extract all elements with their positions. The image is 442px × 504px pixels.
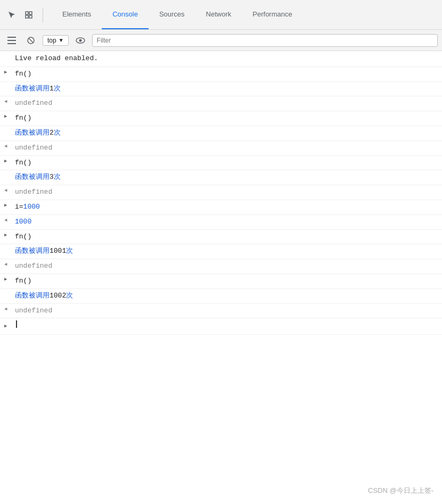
context-selector[interactable]: top ▼ bbox=[43, 35, 69, 46]
tab-network[interactable]: Network bbox=[195, 0, 242, 29]
svg-rect-2 bbox=[26, 15, 28, 18]
return-arrow-icon bbox=[4, 305, 13, 313]
tab-sources[interactable]: Sources bbox=[149, 0, 195, 29]
svg-line-8 bbox=[29, 38, 33, 43]
svg-rect-3 bbox=[29, 15, 32, 18]
console-toolbar: top ▼ bbox=[0, 30, 442, 51]
svg-point-10 bbox=[79, 39, 81, 42]
clear-console-icon[interactable] bbox=[23, 33, 38, 48]
svg-rect-6 bbox=[7, 43, 16, 44]
svg-rect-4 bbox=[7, 37, 16, 38]
return-arrow-icon bbox=[4, 187, 13, 194]
eye-icon[interactable] bbox=[73, 33, 88, 48]
return-arrow-icon bbox=[4, 143, 13, 150]
console-row: fn() bbox=[0, 230, 442, 245]
expand-arrow-icon[interactable] bbox=[4, 158, 13, 165]
console-row: fn() bbox=[0, 111, 442, 126]
expand-arrow-icon[interactable] bbox=[4, 232, 13, 239]
cursor bbox=[16, 320, 17, 328]
tab-list: Elements Console Sources Network Perform… bbox=[52, 0, 303, 29]
dropdown-arrow-icon: ▼ bbox=[59, 37, 64, 43]
tab-bar: Elements Console Sources Network Perform… bbox=[0, 0, 442, 30]
expand-arrow-icon[interactable] bbox=[4, 113, 13, 120]
toggle-sidebar-icon[interactable] bbox=[4, 33, 19, 48]
return-arrow-icon bbox=[4, 98, 13, 105]
console-row: undefined bbox=[0, 259, 442, 274]
tab-bar-icons bbox=[4, 7, 43, 22]
console-row: undefined bbox=[0, 141, 442, 156]
svg-rect-1 bbox=[29, 12, 32, 14]
svg-rect-0 bbox=[26, 12, 28, 14]
live-reload-text: Live reload enabled. bbox=[15, 53, 98, 64]
console-row: undefined bbox=[0, 304, 442, 319]
tab-performance[interactable]: Performance bbox=[242, 0, 302, 29]
console-row: 函数被调用1次 bbox=[0, 82, 442, 97]
expand-arrow-icon[interactable] bbox=[4, 276, 13, 283]
tab-elements[interactable]: Elements bbox=[52, 0, 102, 29]
console-row: fn() bbox=[0, 67, 442, 82]
console-row: i=1000 bbox=[0, 200, 442, 215]
inspect-icon[interactable] bbox=[21, 7, 36, 22]
console-input-line[interactable] bbox=[0, 318, 442, 335]
console-row: 函数被调用2次 bbox=[0, 126, 442, 141]
return-arrow-icon bbox=[4, 217, 13, 224]
watermark: CSDN @今日上上签- bbox=[368, 486, 433, 495]
tab-console[interactable]: Console bbox=[102, 0, 149, 29]
svg-rect-5 bbox=[7, 40, 16, 41]
console-row: undefined bbox=[0, 96, 442, 111]
return-arrow-icon bbox=[4, 261, 13, 268]
console-row: 函数被调用1002次 bbox=[0, 289, 442, 304]
expand-arrow-icon[interactable] bbox=[4, 202, 13, 209]
expand-arrow-icon[interactable] bbox=[4, 69, 13, 76]
cursor-icon[interactable] bbox=[4, 7, 19, 22]
console-row: undefined bbox=[0, 185, 442, 200]
filter-input[interactable] bbox=[92, 34, 438, 47]
console-row: 1000 bbox=[0, 215, 442, 230]
console-row: fn() bbox=[0, 274, 442, 289]
console-row: 函数被调用3次 bbox=[0, 170, 442, 185]
console-content: Live reload enabled. fn() 函数被调用1次 undefi… bbox=[0, 51, 442, 504]
live-reload-row: Live reload enabled. bbox=[0, 51, 442, 67]
input-arrow-icon bbox=[4, 323, 13, 330]
console-row: 函数被调用1001次 bbox=[0, 244, 442, 259]
console-row: fn() bbox=[0, 156, 442, 171]
